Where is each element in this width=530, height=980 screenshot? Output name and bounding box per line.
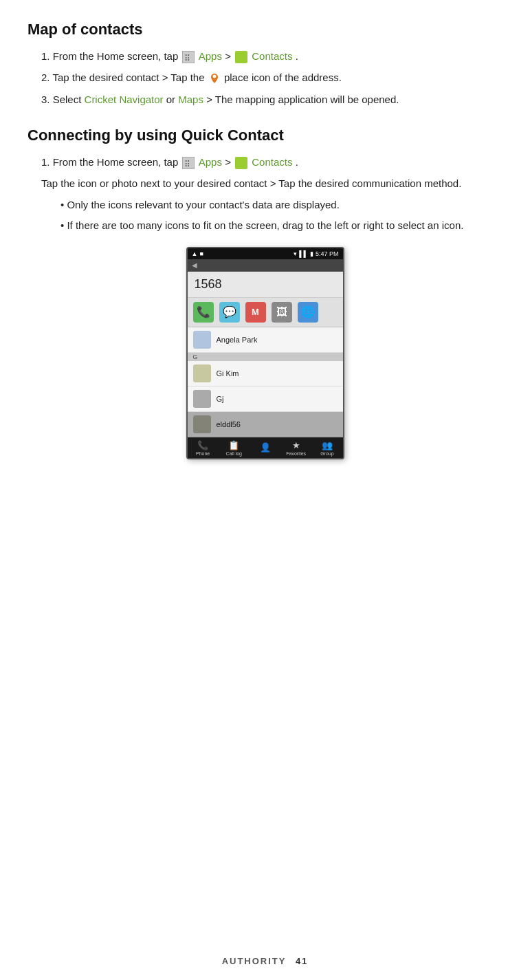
contact-name-elddl56: elddl56 (217, 420, 241, 428)
maps-link: Maps (178, 94, 203, 105)
quick-contact-bullets: Only the icons relevant to your contact'… (60, 197, 503, 233)
nav-contacts-icon: 👤 (260, 442, 271, 453)
status-bar: ▲ ■ ▾ ▌▌ ▮ 5:47 PM (188, 248, 343, 259)
section-title-map-contacts: Map of contacts (27, 21, 503, 39)
qc-gmail-icon: M (245, 302, 266, 323)
status-right-icons: ▾ ▌▌ ▮ 5:47 PM (294, 250, 338, 257)
section-title-quick-contact: Connecting by using Quick Contact (27, 127, 503, 144)
map-contacts-steps: 1. From the Home screen, tap Apps > Cont… (41, 48, 503, 107)
qc-globe-icon: 🌐 (298, 302, 318, 323)
section-quick-contact: Connecting by using Quick Contact 1. Fro… (27, 127, 503, 459)
brand-label: AUTHORITY (222, 956, 287, 966)
phone-number-display: 1568 (195, 277, 222, 291)
contact-angela-park: Angela Park (188, 327, 343, 353)
avatar-angela-park (193, 331, 211, 349)
wifi-icon: ▾ (294, 250, 297, 257)
qc-chat-icon: 💬 (219, 302, 240, 323)
step-1-separator: > (225, 50, 234, 62)
bullet-1: Only the icons relevant to your contact'… (60, 197, 503, 213)
step-1-map: 1. From the Home screen, tap Apps > Cont… (41, 48, 503, 64)
apps-label-2: Apps (199, 156, 222, 168)
qc-step-2: Tap the icon or photo next to your desir… (41, 175, 503, 191)
nav-phone: 📞 Phone (188, 440, 219, 456)
notification-icon: ■ (199, 250, 203, 257)
phone-screenshot: ▲ ■ ▾ ▌▌ ▮ 5:47 PM ◀ 1568 📞 💬 M 🖼 🌐 (186, 247, 344, 459)
contacts-label-2: Contacts (252, 156, 292, 168)
nav-phone-label: Phone (196, 451, 210, 456)
step-1-text-before: 1. From the Home screen, tap (41, 50, 181, 62)
section-map-contacts: Map of contacts 1. From the Home screen,… (27, 21, 503, 107)
qc-step-1-separator: > (225, 156, 234, 168)
qc-step-1-period: . (296, 156, 298, 168)
step-3-map: 3. Select Cricket Navigator or Maps > Th… (41, 91, 503, 107)
cricket-navigator-link: Cricket Navigator (85, 94, 164, 105)
page-number: 41 (296, 956, 308, 966)
signal-icon: ▲ (192, 250, 198, 257)
nav-group-icon: 👥 (322, 440, 333, 450)
qc-phone-icon: 📞 (193, 302, 214, 323)
status-left-icons: ▲ ■ (192, 250, 203, 257)
battery-icon: ▮ (310, 250, 313, 257)
avatar-gi-kim (193, 364, 211, 382)
step-2-text-after: place icon of the address. (224, 72, 342, 83)
qc-step-1-text-before: 1. From the Home screen, tap (41, 156, 181, 168)
step-1-period: . (296, 50, 298, 62)
quick-contact-steps: 1. From the Home screen, tap Apps > Cont… (41, 154, 503, 192)
step-3-text-after: > The mapping application will be opened… (206, 94, 399, 105)
nav-contacts-active: 👤 (250, 442, 280, 453)
contact-elddl56: elddl56 (188, 412, 343, 437)
nav-group: 👥 Group (311, 440, 342, 456)
qc-picture-icon: 🖼 (272, 302, 292, 323)
quick-contact-icons-bar: 📞 💬 M 🖼 🌐 (188, 298, 343, 327)
qc-step-1: 1. From the Home screen, tap Apps > Cont… (41, 154, 503, 170)
phone-header-bar: ◀ (188, 259, 343, 272)
nav-favorites-icon: ★ (292, 440, 300, 450)
apps-label: Apps (199, 50, 222, 62)
nav-favorites-label: Favorites (286, 451, 306, 456)
contact-gi-kim: Gi Kim (188, 361, 343, 386)
contact-name-gi-kim: Gi Kim (217, 369, 239, 378)
nav-call-log: 📋 Call log (219, 440, 250, 456)
header-back-icon: ◀ (192, 261, 197, 269)
avatar-elddl56 (193, 415, 211, 433)
place-icon (209, 73, 220, 84)
step-2-map: 2. Tap the desired contact > Tap the pla… (41, 69, 503, 85)
contact-gj: Gj (188, 386, 343, 412)
apps-icon-2 (182, 157, 195, 169)
step-3-text-before: 3. Select (41, 94, 85, 105)
contact-name-angela-park: Angela Park (217, 336, 258, 344)
contact-name-gj: Gj (217, 395, 224, 403)
nav-call-log-label: Call log (226, 451, 242, 456)
bottom-nav: 📞 Phone 📋 Call log 👤 ★ Favorites 👥 Group (188, 437, 343, 458)
avatar-gj (193, 390, 211, 408)
bullet-2: If there are too many icons to fit on th… (60, 217, 503, 233)
nav-phone-icon: 📞 (197, 440, 208, 450)
page-footer: AUTHORITY 41 (0, 956, 530, 966)
phone-number-area: 1568 (188, 272, 343, 298)
step-2-text: 2. Tap the desired contact > Tap the (41, 72, 208, 83)
apps-icon (182, 51, 195, 63)
nav-call-log-icon: 📋 (228, 440, 239, 450)
step-3-or: or (166, 94, 179, 105)
signal-bars-icon: ▌▌ (299, 250, 308, 257)
contacts-label: Contacts (252, 50, 292, 62)
time-display: 5:47 PM (316, 250, 339, 257)
section-header-g: G (188, 353, 343, 361)
nav-favorites: ★ Favorites (280, 440, 311, 456)
qc-step-2-text: Tap the icon or photo next to your desir… (41, 177, 461, 189)
contacts-icon-2 (235, 157, 247, 169)
nav-group-label: Group (320, 451, 333, 456)
contacts-icon (235, 51, 247, 63)
